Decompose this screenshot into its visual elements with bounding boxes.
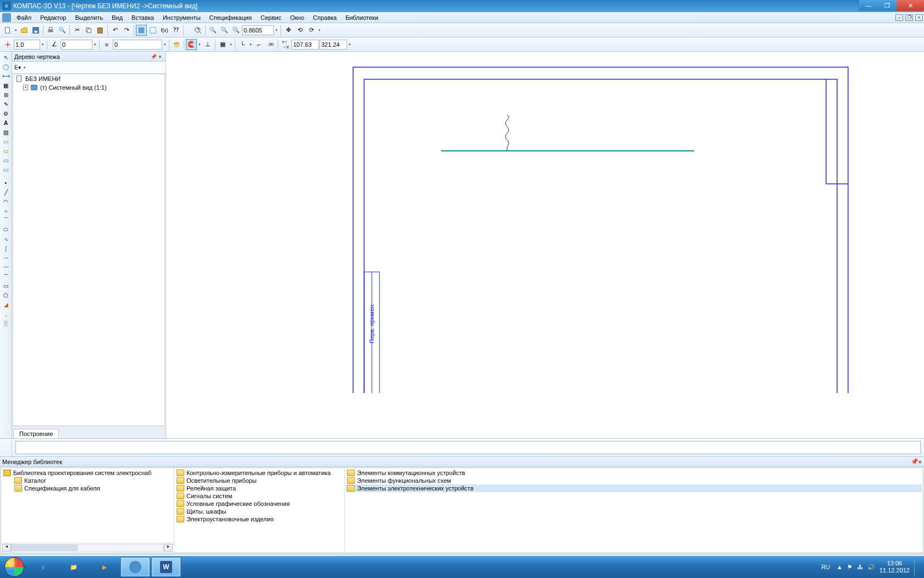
params-icon[interactable]: ⚙ (1, 109, 11, 118)
task-explorer[interactable]: 📁 (59, 557, 89, 577)
undo-icon[interactable]: ↶ (109, 25, 120, 36)
lang-indicator[interactable]: RU (819, 563, 832, 571)
mode2-icon[interactable] (147, 25, 158, 36)
menu-spec[interactable]: Спецификация (205, 13, 256, 22)
menu-libraries[interactable]: Библиотеки (341, 13, 383, 22)
task-word[interactable]: W (151, 557, 181, 577)
rect-icon[interactable]: ▭ (1, 281, 11, 290)
save-icon[interactable] (30, 25, 41, 36)
task-media[interactable]: ▶ (90, 557, 119, 577)
chamfer-icon[interactable]: ◢ (1, 300, 11, 309)
libman-close-icon[interactable]: × (919, 459, 922, 465)
task-ie[interactable]: ｅ (28, 557, 58, 577)
ortho2-icon[interactable]: ⌐ (254, 39, 265, 50)
arc2-icon[interactable]: ⌒ (1, 216, 11, 225)
mdi-minimize[interactable]: – (895, 14, 903, 21)
snap-step-icon[interactable] (2, 39, 13, 50)
maximize-button[interactable]: ❐ (878, 0, 897, 11)
fillet-icon[interactable]: ◞ (1, 309, 11, 318)
libman-pin-icon[interactable]: 📌 (911, 458, 919, 465)
show-desktop-button[interactable] (914, 557, 920, 577)
expand-icon[interactable]: + (23, 85, 28, 90)
geometry-icon[interactable]: ◯ (1, 62, 11, 71)
menu-window[interactable]: Окно (285, 13, 309, 22)
hatch2-icon[interactable]: ░ (1, 319, 11, 328)
grid-icon[interactable]: ▦ (217, 39, 228, 50)
minimize-button[interactable]: — (859, 0, 878, 11)
pan-icon[interactable]: ✥ (283, 25, 294, 36)
lib-item[interactable]: Сигналы систем (175, 492, 343, 500)
mdi-restore[interactable]: ❐ (905, 14, 913, 21)
doc4-icon[interactable]: ▭ (1, 165, 11, 174)
menu-edit[interactable]: Редактор (36, 13, 70, 22)
curve2-icon[interactable]: 〰 (1, 263, 11, 271)
app-menu-icon[interactable] (2, 13, 11, 22)
close-button[interactable]: ✕ (897, 0, 924, 11)
zoom-fit-icon[interactable]: 🔍 (230, 25, 241, 36)
lib-item[interactable]: Контрольно-измерительные приборы и автом… (175, 469, 343, 477)
menu-tools[interactable]: Инструменты (158, 13, 205, 22)
mode1-icon[interactable] (136, 25, 147, 36)
lib-item[interactable]: Элементы функциональных схем (346, 477, 922, 484)
lib-folder-catalog[interactable]: Каталог (2, 477, 173, 484)
tray-clock[interactable]: 13:06 11.12.2012 (879, 560, 910, 574)
edit-icon[interactable]: ✎ (1, 100, 11, 108)
polygon-icon[interactable]: ⬠ (1, 291, 11, 299)
doc2-icon[interactable]: ▭ (1, 146, 11, 155)
spline-icon[interactable]: ∿ (1, 235, 11, 243)
menu-view[interactable]: Вид (107, 13, 127, 22)
zoom-in-icon[interactable]: + (193, 25, 204, 36)
snap-toggle-icon[interactable]: 🧲 (186, 39, 197, 50)
round-icon[interactable]: .00 (265, 39, 276, 50)
tree-mode-icon[interactable]: E▾ (14, 64, 21, 70)
lcs-icon[interactable]: └ (237, 39, 248, 50)
select-icon[interactable]: ↖ (1, 53, 11, 62)
zoom-combo[interactable] (242, 25, 274, 35)
coord-y[interactable] (320, 40, 347, 50)
dims-icon[interactable]: ⟷ (1, 72, 11, 80)
zoom-prev-icon[interactable]: ⟲ (294, 25, 305, 36)
command-input[interactable] (15, 441, 921, 454)
point-icon[interactable]: • (1, 178, 11, 187)
lib-root[interactable]: Библиотека проектирования систем электро… (2, 469, 173, 477)
tree-root[interactable]: БЕЗ ИМЕНИ (13, 74, 164, 83)
lib-item[interactable]: Щиты, шкафы (175, 508, 343, 515)
open-icon[interactable] (19, 25, 30, 36)
tray-volume-icon[interactable]: 🔊 (867, 564, 875, 571)
style-combo[interactable] (113, 40, 162, 50)
text-icon[interactable]: A (1, 118, 11, 127)
fx-icon[interactable]: f(x) (159, 25, 170, 36)
zoom-window-icon[interactable]: 🔍 (207, 25, 218, 36)
paste-icon[interactable] (95, 25, 106, 36)
tray-network-icon[interactable]: 🖧 (857, 564, 863, 570)
tray-action-icon[interactable]: ⚑ (847, 564, 853, 571)
menu-select[interactable]: Выделить (70, 13, 107, 22)
line-icon[interactable]: ╱ (1, 188, 11, 197)
start-button[interactable] (1, 557, 28, 577)
copy-icon[interactable] (83, 25, 94, 36)
step-combo[interactable] (14, 40, 40, 50)
tree-item[interactable]: + (т) Системный вид (1:1) (13, 83, 164, 92)
menu-help[interactable]: Справка (309, 13, 341, 22)
tree-tab[interactable]: Построение (13, 429, 59, 438)
help-cursor-icon[interactable]: ⁇ (170, 25, 182, 36)
tree-pin-icon[interactable]: 📌 (150, 54, 157, 59)
menu-file[interactable]: Файл (12, 13, 36, 22)
grid2-tool-icon[interactable]: ⊞ (1, 90, 11, 99)
hatch-icon[interactable]: ▨ (1, 128, 11, 137)
linestyle-icon[interactable]: ≡ (101, 39, 112, 50)
tree-close-icon[interactable]: × (157, 54, 163, 59)
drawing-canvas[interactable]: Перв. примен. (166, 52, 924, 438)
task-kompas[interactable] (120, 557, 150, 577)
print-icon[interactable] (45, 25, 56, 36)
lib-item[interactable]: Осветительные приборы (175, 477, 343, 484)
tray-up-icon[interactable]: ▲ (837, 564, 843, 570)
ellipse-icon[interactable]: ⬭ (1, 225, 11, 234)
lib-item[interactable]: Элементы коммутационных устройств (346, 469, 922, 477)
zoom-dynamic-icon[interactable]: 🔍 (219, 25, 230, 36)
menu-insert[interactable]: Вставка (127, 13, 158, 22)
angle-icon[interactable]: ∠ (49, 39, 60, 50)
spline2-icon[interactable]: ∫ (1, 244, 11, 253)
mdi-close[interactable]: × (915, 14, 923, 21)
refresh-icon[interactable]: ⟳ (306, 25, 317, 36)
